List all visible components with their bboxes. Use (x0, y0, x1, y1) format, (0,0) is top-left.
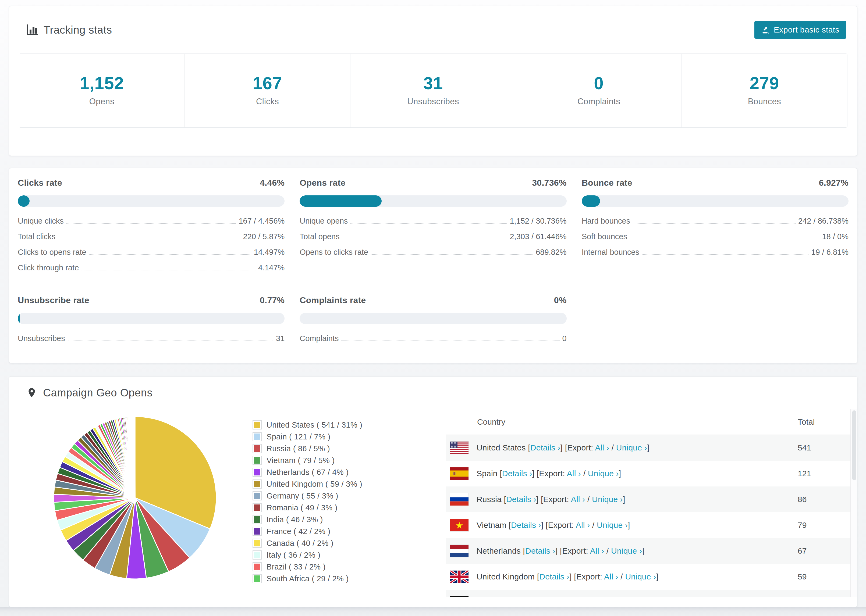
geo-table-row: Russia [Details ›] [Export: All › / Uniq… (446, 486, 851, 512)
rate-percent: 0% (554, 295, 567, 305)
dotted-leader (342, 239, 507, 239)
stat-box: 0 Complaints (516, 54, 682, 127)
details-link[interactable]: Details › (502, 469, 532, 478)
flag-ru-icon (450, 493, 469, 506)
legend-item: United Kingdom ( 59 / 3% ) (252, 478, 362, 490)
legend-swatch-icon (252, 420, 262, 429)
legend-label: Brazil ( 33 / 2% ) (266, 563, 326, 571)
stats-grid: 1,152 Opens 167 Clicks 31 Unsubscribes 0… (19, 53, 847, 128)
flag-de-icon (450, 596, 469, 597)
rate-section: Clicks rate 4.46% Unique clicks 167 / 4.… (18, 178, 285, 272)
export-all-link[interactable]: All › (595, 443, 609, 452)
export-all-link[interactable]: All › (567, 469, 581, 478)
export-basic-stats-button[interactable]: Export basic stats (754, 21, 846, 39)
rate-stat-label: Clicks to opens rate (18, 248, 86, 257)
export-all-link[interactable]: All › (604, 572, 618, 581)
legend-label: Canada ( 40 / 2% ) (266, 539, 334, 548)
rate-title: Unsubscribe rate (18, 295, 89, 305)
export-all-link[interactable]: All › (590, 546, 604, 555)
export-unique-link[interactable]: Unique › (611, 546, 642, 555)
export-unique-link[interactable]: Unique › (616, 443, 647, 452)
details-link[interactable]: Details › (511, 520, 541, 530)
rate-title: Clicks rate (18, 178, 62, 188)
country-cell: Spain [Details ›] [Export: All › / Uniqu… (477, 469, 621, 478)
rate-stat-row: Soft bounces 18 / 0% (582, 232, 849, 241)
campaign-geo-opens-card: Campaign Geo Opens United States ( 541 /… (9, 376, 857, 607)
legend-swatch-icon (252, 562, 262, 571)
legend-label: Romania ( 49 / 3% ) (266, 503, 337, 512)
stat-box: 31 Unsubscribes (350, 54, 516, 127)
progress-bar-fill (18, 195, 30, 207)
table-scrollbar-thumb[interactable] (852, 410, 856, 480)
rate-section: Unsubscribe rate 0.77% Unsubscribes 31 (18, 295, 285, 343)
details-link[interactable]: Details › (506, 495, 536, 504)
rate-stat-label: Complaints (299, 334, 339, 343)
details-link[interactable]: Details › (525, 546, 555, 555)
rate-stat-value: 1,152 / 30.736% (510, 216, 567, 225)
export-unique-link[interactable]: Unique › (588, 469, 619, 478)
rate-stat-value: 4.147% (258, 263, 285, 272)
stat-label: Unsubscribes (407, 97, 459, 107)
rate-stat-row: Internal bounces 19 / 6.81% (582, 248, 849, 257)
page-background-strip (0, 607, 866, 616)
rate-stat-row: Unique opens 1,152 / 30.736% (299, 216, 567, 225)
rate-stat-row: Click through rate 4.147% (18, 263, 285, 272)
stat-value: 31 (423, 75, 443, 92)
stat-value: 1,152 (80, 75, 124, 92)
progress-bar-track (299, 313, 567, 324)
stat-value: 0 (594, 75, 604, 92)
stat-box: 167 Clicks (184, 54, 350, 127)
legend-item: United States ( 541 / 31% ) (252, 419, 362, 431)
legend-item: India ( 46 / 3% ) (252, 514, 362, 525)
dotted-leader (58, 239, 240, 239)
rate-stat-label: Opens to clicks rate (299, 248, 368, 257)
export-unique-link[interactable]: Unique › (625, 572, 656, 581)
legend-label: United States ( 541 / 31% ) (266, 421, 362, 429)
country-total: 121 (798, 469, 811, 478)
export-unique-link[interactable]: Unique › (592, 495, 623, 504)
country-total: 79 (798, 520, 806, 530)
rate-stat-value: 220 / 5.87% (243, 232, 285, 241)
export-icon (761, 25, 770, 34)
geo-opens-table: Country Total United States [Details ›] … (446, 409, 851, 597)
dotted-leader (341, 341, 559, 341)
dotted-leader (68, 341, 273, 341)
rate-stat-row: Total opens 2,303 / 61.446% (299, 232, 567, 241)
legend-swatch-icon (252, 456, 262, 465)
dotted-leader (633, 223, 795, 224)
details-link[interactable]: Details › (539, 572, 569, 581)
rate-stat-row: Complaints 0 (299, 334, 567, 343)
rate-stat-value: 31 (276, 334, 285, 343)
progress-bar-fill (18, 313, 20, 324)
rate-percent: 0.77% (260, 295, 285, 305)
dotted-leader (66, 223, 236, 224)
legend-item: Russia ( 86 / 5% ) (252, 443, 362, 454)
rate-stat-value: 0 (562, 334, 567, 343)
country-total: 541 (798, 443, 811, 452)
country-cell: Russia [Details ›] [Export: All › / Uniq… (477, 495, 625, 504)
rate-section: Complaints rate 0% Complaints 0 (299, 295, 567, 343)
country-total: 59 (798, 572, 806, 581)
geo-table-row: Spain [Details ›] [Export: All › / Uniqu… (446, 460, 851, 486)
geo-section-title: Campaign Geo Opens (43, 387, 153, 399)
rate-stat-label: Soft bounces (582, 232, 627, 241)
legend-swatch-icon (252, 539, 262, 548)
export-unique-link[interactable]: Unique › (597, 520, 628, 530)
legend-label: Germany ( 55 / 3% ) (266, 492, 339, 500)
column-header-country: Country (446, 417, 505, 426)
rate-stat-value: 689.82% (536, 248, 567, 257)
legend-swatch-icon (252, 432, 262, 441)
rate-section: Opens rate 30.736% Unique opens 1,152 / … (299, 178, 567, 272)
rate-stat-value: 14.497% (254, 248, 285, 257)
legend-label: United Kingdom ( 59 / 3% ) (266, 480, 362, 489)
legend-label: Netherlands ( 67 / 4% ) (266, 468, 348, 477)
details-link[interactable]: Details › (531, 443, 561, 452)
stat-value: 167 (253, 75, 282, 92)
legend-swatch-icon (252, 550, 262, 559)
legend-swatch-icon (252, 479, 262, 489)
rate-stat-label: Total opens (299, 232, 339, 241)
export-all-link[interactable]: All › (571, 495, 585, 504)
export-all-link[interactable]: All › (576, 520, 590, 530)
table-scrollbar[interactable] (850, 409, 857, 597)
dotted-leader (642, 254, 808, 255)
